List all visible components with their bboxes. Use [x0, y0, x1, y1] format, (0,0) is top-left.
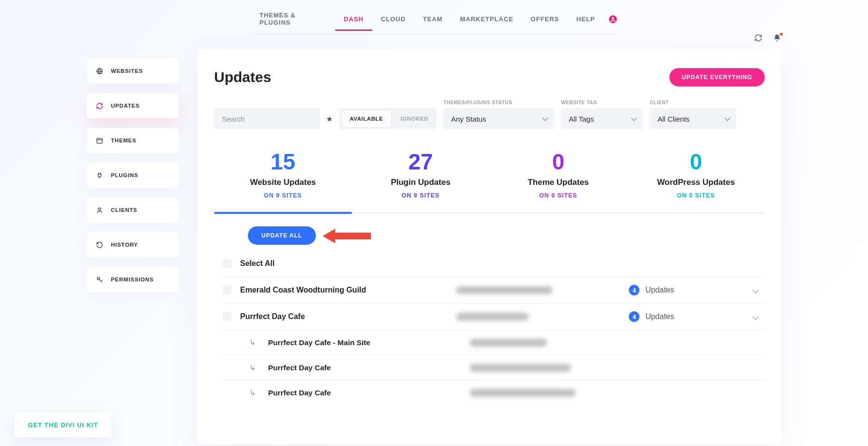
layout-icon: [95, 137, 103, 144]
tag-select[interactable]: All Tags: [561, 108, 643, 129]
chevron-down-icon[interactable]: [752, 313, 759, 320]
tab-team[interactable]: TEAM: [414, 9, 451, 30]
search-input[interactable]: [214, 108, 320, 129]
client-filter-label: CLIENT: [650, 100, 736, 105]
sidebar-item-permissions[interactable]: PERMISSIONS: [87, 267, 178, 292]
svg-point-1: [612, 17, 614, 19]
promo-banner[interactable]: GET THE DIVI UI KIT: [14, 413, 111, 437]
favorite-star-icon[interactable]: ★: [326, 114, 333, 124]
status-select[interactable]: Any Status: [443, 108, 554, 129]
site-url-redacted: [470, 339, 547, 347]
status-filter-label: THEMES/PLUGINS STATUS: [443, 100, 554, 105]
sidebar-item-themes[interactable]: THEMES: [87, 128, 178, 153]
sidebar-item-label: CLIENTS: [111, 207, 137, 213]
sidebar-item-clients[interactable]: CLIENTS: [87, 197, 178, 223]
toggle-ignored[interactable]: IGNORED: [393, 109, 436, 129]
svg-rect-3: [96, 138, 102, 143]
svg-point-4: [98, 208, 101, 210]
stat-wordpress-updates[interactable]: 0 WordPress Updates ON 0 SITES: [627, 149, 765, 212]
subitem-arrow-icon: ↳: [245, 338, 259, 347]
subsite-row[interactable]: ↳ Purrfect Day Cafe: [223, 355, 765, 380]
sidebar-item-label: THEMES: [111, 138, 136, 143]
subsite-row[interactable]: ↳ Purrfect Day Cafe: [223, 380, 765, 405]
update-all-row: UPDATE ALL: [214, 214, 765, 257]
main-card: Updates UPDATE EVERYTHING ★ AVAILABLE IG…: [198, 49, 781, 445]
updates-count-badge: 4: [629, 285, 639, 295]
person-icon: [95, 206, 103, 214]
sidebar-item-plugins[interactable]: PLUGINS: [87, 163, 178, 188]
site-url-redacted: [470, 364, 571, 372]
update-everything-button[interactable]: UPDATE EVERYTHING: [669, 68, 765, 86]
subitem-arrow-icon: ↳: [245, 388, 259, 397]
sidebar-item-label: PERMISSIONS: [111, 277, 154, 282]
tab-dash[interactable]: DASH: [335, 9, 372, 30]
notifications-bell-icon[interactable]: [773, 34, 781, 42]
refresh-icon[interactable]: [754, 34, 762, 42]
toggle-available[interactable]: AVAILABLE: [341, 110, 392, 127]
select-all-checkbox[interactable]: [223, 259, 231, 268]
row-checkbox[interactable]: [223, 286, 231, 294]
stat-website-updates[interactable]: 15 Website Updates ON 9 SITES: [214, 149, 352, 212]
sidebar-item-label: UPDATES: [111, 103, 140, 109]
plug-icon: [95, 171, 103, 179]
stats-tabs: 15 Website Updates ON 9 SITES 27 Plugin …: [214, 149, 765, 214]
update-all-button[interactable]: UPDATE ALL: [248, 226, 316, 245]
subitem-arrow-icon: ↳: [245, 363, 259, 372]
tag-filter-label: WEBSITE TAG: [561, 100, 643, 105]
site-row[interactable]: Emerald Coast Woodturning Guild 4 Update…: [223, 277, 765, 303]
sidebar-item-label: PLUGINS: [111, 172, 138, 178]
updates-count-badge: 4: [629, 311, 639, 322]
svg-point-5: [97, 277, 99, 279]
topnav-wrap: THEMES & PLUGINS DASH CLOUD TEAM MARKETP…: [0, 0, 868, 34]
tab-themes-plugins[interactable]: THEMES & PLUGINS: [251, 5, 335, 34]
site-url-redacted: [456, 313, 529, 321]
select-all-label: Select All: [240, 259, 274, 268]
tab-offers[interactable]: OFFERS: [522, 9, 568, 30]
site-url-redacted: [470, 389, 576, 397]
page-title: Updates: [214, 69, 271, 85]
pointing-arrow-icon: [323, 229, 371, 242]
main-header: Updates UPDATE EVERYTHING: [214, 68, 765, 86]
actionbar: [754, 34, 781, 42]
search-wrap: ★: [214, 108, 333, 129]
sidebar-item-websites[interactable]: WEBSITES: [87, 58, 178, 84]
key-icon: [95, 276, 103, 283]
user-avatar-icon[interactable]: [609, 15, 617, 24]
tab-cloud[interactable]: CLOUD: [372, 9, 414, 30]
stat-plugin-updates[interactable]: 27 Plugin Updates ON 9 SITES: [352, 149, 490, 212]
topnav: THEMES & PLUGINS DASH CLOUD TEAM MARKETP…: [251, 5, 617, 34]
refresh-icon: [95, 102, 103, 110]
main-layout: WEBSITES UPDATES THEMES PLUGINS CLIENTS: [0, 34, 868, 445]
stat-theme-updates[interactable]: 0 Theme Updates ON 0 SITES: [489, 149, 627, 212]
sidebar-item-label: HISTORY: [111, 242, 138, 248]
sidebar-item-updates[interactable]: UPDATES: [87, 93, 178, 118]
client-select[interactable]: All Clients: [650, 108, 736, 129]
sidebar-item-history[interactable]: HISTORY: [87, 232, 178, 257]
select-all-row: Select All: [223, 257, 765, 277]
site-row[interactable]: Purrfect Day Cafe 4 Updates: [223, 303, 765, 330]
sidebar: WEBSITES UPDATES THEMES PLUGINS CLIENTS: [87, 58, 178, 292]
availability-toggle: AVAILABLE IGNORED: [339, 108, 436, 129]
globe-icon: [95, 67, 103, 75]
site-url-redacted: [456, 286, 553, 294]
subsite-row[interactable]: ↳ Purrfect Day Cafe - Main Site: [223, 330, 765, 355]
updates-list: Select All Emerald Coast Woodturning Gui…: [214, 257, 765, 405]
filters-row: ★ AVAILABLE IGNORED THEMES/PLUGINS STATU…: [214, 100, 765, 129]
tab-help[interactable]: HELP: [568, 9, 604, 30]
chevron-down-icon[interactable]: [752, 287, 759, 293]
history-icon: [95, 241, 103, 249]
sidebar-item-label: WEBSITES: [111, 68, 143, 74]
tab-marketplace[interactable]: MARKETPLACE: [451, 9, 522, 30]
row-checkbox[interactable]: [223, 312, 231, 321]
